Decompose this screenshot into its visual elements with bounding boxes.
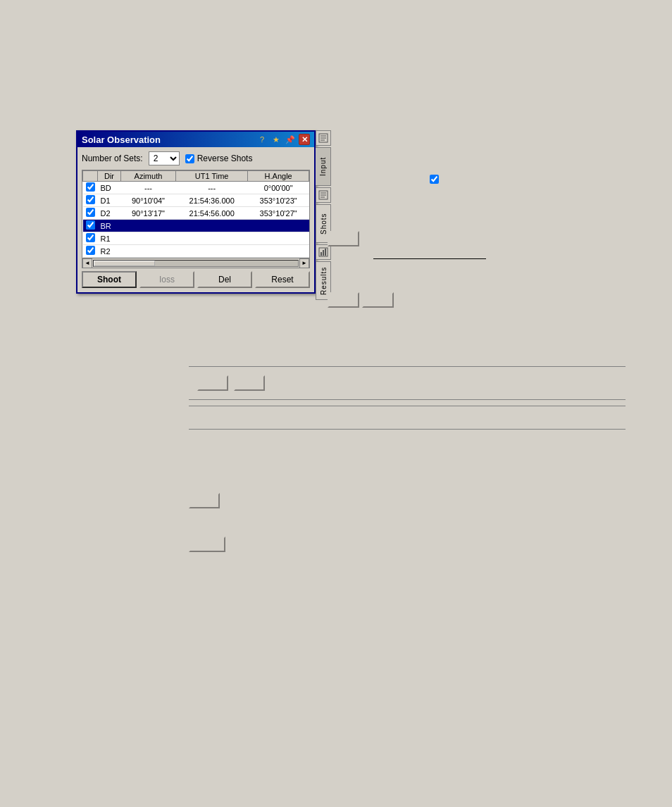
row-hangle-0: 0°00'00" (248, 182, 309, 194)
row-azimuth-4 (120, 232, 175, 245)
standalone-checkbox[interactable] (430, 175, 439, 184)
dialog-titlebar: Solar Observation ? ★ 📌 ✕ (77, 132, 314, 147)
row-hangle-1: 353°10'23" (248, 194, 309, 207)
loss-button[interactable]: Ioss (139, 271, 194, 288)
table-row[interactable]: D1 90°10'04" 21:54:36.000 353°10'23" (83, 194, 309, 207)
row-dir-5: R2 (98, 245, 121, 258)
reverse-shots-checkbox[interactable] (185, 154, 194, 163)
standalone-btn-1-container (189, 493, 220, 509)
row-dir-1: D1 (98, 194, 121, 207)
sets-select[interactable]: 2 1 3 4 (149, 151, 180, 165)
col-ut1time: UT1 Time (176, 171, 248, 182)
lower-btn-1a[interactable] (197, 375, 228, 391)
observations-table: Dir Azimuth UT1 Time H.Angle BD --- --- … (82, 170, 309, 258)
input-tab[interactable]: Input (316, 147, 331, 186)
del-button[interactable]: Del (197, 271, 252, 288)
row-dir-3: BR (98, 220, 121, 232)
row-hangle-3 (248, 220, 309, 232)
dialog-title: Solar Observation (82, 134, 161, 145)
row-azimuth-3 (120, 220, 175, 232)
shots-tab-icon[interactable] (316, 187, 331, 203)
row-ut1-5 (176, 245, 248, 258)
row-hangle-2: 353°10'27" (248, 207, 309, 220)
observations-table-container: Dir Azimuth UT1 Time H.Angle BD --- --- … (82, 170, 310, 268)
col-check (83, 171, 98, 182)
row-azimuth-1: 90°10'04" (120, 194, 175, 207)
reverse-shots-label: Reverse Shots (197, 154, 253, 163)
standalone-btn-2-container (189, 537, 225, 553)
scroll-left-arrow[interactable]: ◄ (82, 258, 92, 268)
svg-rect-11 (325, 249, 326, 256)
lower-btn-1b[interactable] (234, 375, 265, 391)
row-ut1-0: --- (176, 182, 248, 194)
table-row[interactable]: D2 90°13'17" 21:54:56.000 353°10'27" (83, 207, 309, 220)
help-icon[interactable]: ? (256, 134, 268, 145)
dialog-body: Number of Sets: 2 1 3 4 Reverse Shots Di… (77, 147, 314, 292)
scroll-thumb[interactable] (94, 261, 155, 266)
number-of-sets-label: Number of Sets: (82, 154, 143, 163)
col-azimuth: Azimuth (120, 171, 175, 182)
col-hangle: H.Angle (248, 171, 309, 182)
shoot-button[interactable]: Shoot (82, 271, 137, 288)
pin-icon[interactable]: 📌 (285, 134, 296, 145)
dialog-buttons: Shoot Ioss Del Reset (82, 271, 310, 288)
row-azimuth-5 (120, 245, 175, 258)
row-checkbox-5[interactable] (86, 246, 95, 255)
horizontal-scrollbar[interactable]: ◄ ► (82, 258, 309, 268)
results-tab-icon[interactable] (316, 244, 331, 260)
top-row: Number of Sets: 2 1 3 4 Reverse Shots (82, 151, 310, 165)
row-checkbox-1[interactable] (86, 195, 95, 204)
lower-row-1 (189, 366, 626, 400)
title-icons: ? ★ 📌 ✕ (256, 134, 310, 145)
close-button[interactable]: ✕ (299, 134, 310, 145)
row-azimuth-2: 90°13'17" (120, 207, 175, 220)
small-button-group-2 (328, 292, 394, 308)
row-ut1-4 (176, 232, 248, 245)
table-header-row: Dir Azimuth UT1 Time H.Angle (83, 171, 309, 182)
small-btn-2a[interactable] (328, 292, 359, 308)
lower-section (189, 366, 626, 435)
row-checkbox-3[interactable] (86, 220, 95, 230)
star-icon[interactable]: ★ (270, 134, 282, 145)
standalone-btn-2[interactable] (189, 537, 225, 552)
small-btn-2b[interactable] (362, 292, 394, 308)
reset-button[interactable]: Reset (255, 271, 310, 288)
input-tab-icon[interactable] (316, 130, 331, 146)
svg-rect-9 (321, 252, 322, 256)
table-row-selected[interactable]: BR (83, 220, 309, 232)
row-dir-0: BD (98, 182, 121, 194)
table-row[interactable]: R1 (83, 232, 309, 245)
row-dir-2: D2 (98, 207, 121, 220)
row-hangle-4 (248, 232, 309, 245)
scroll-track[interactable] (93, 260, 299, 267)
row-ut1-2: 21:54:56.000 (176, 207, 248, 220)
table-row[interactable]: BD --- --- 0°00'00" (83, 182, 309, 194)
solar-observation-dialog: Solar Observation ? ★ 📌 ✕ Number of Sets… (76, 130, 316, 294)
standalone-checkbox-area (430, 175, 439, 186)
row-ut1-1: 21:54:36.000 (176, 194, 248, 207)
row-checkbox-2[interactable] (86, 208, 95, 217)
reverse-shots-row: Reverse Shots (185, 154, 253, 163)
row-checkbox-0[interactable] (86, 182, 95, 192)
lower-row-2 (189, 406, 626, 430)
row-hangle-5 (248, 245, 309, 258)
row-azimuth-0: --- (120, 182, 175, 194)
standalone-btn-1[interactable] (189, 493, 220, 508)
side-tabs: Input Shots Results (316, 130, 331, 301)
small-button-group-1 (328, 231, 359, 246)
small-btn-1[interactable] (328, 231, 359, 246)
row-dir-4: R1 (98, 232, 121, 245)
underline-text-area (373, 249, 486, 259)
scroll-right-arrow[interactable]: ► (299, 258, 309, 268)
svg-rect-10 (323, 250, 324, 256)
table-row[interactable]: R2 (83, 245, 309, 258)
row-ut1-3 (176, 220, 248, 232)
col-dir: Dir (98, 171, 121, 182)
row-checkbox-4[interactable] (86, 233, 95, 242)
